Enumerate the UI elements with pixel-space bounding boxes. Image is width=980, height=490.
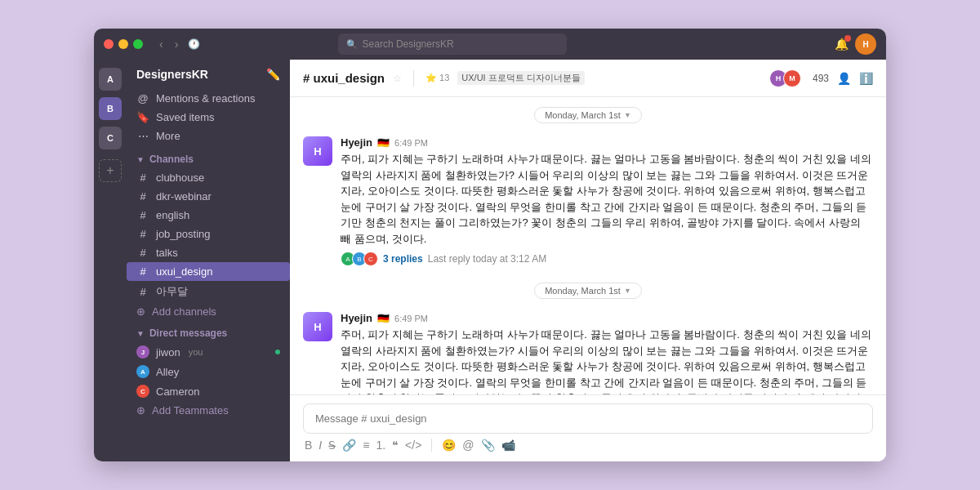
dm-alley[interactable]: A Alley bbox=[127, 362, 290, 381]
channel-uxui-design[interactable]: # uxui_design bbox=[127, 262, 290, 281]
date-divider-2: Monday, March 1st ▼ bbox=[290, 273, 886, 305]
workspace-c[interactable]: C bbox=[99, 127, 122, 149]
dm-collapse-icon: ▼ bbox=[136, 329, 145, 338]
emoji-icon[interactable]: 😊 bbox=[442, 439, 456, 452]
you-label: you bbox=[189, 347, 203, 357]
toolbar-divider bbox=[431, 439, 432, 452]
maximize-button[interactable] bbox=[133, 39, 143, 49]
code-icon[interactable]: </> bbox=[405, 439, 421, 452]
msg-flag-1: 🇩🇪 bbox=[377, 137, 390, 149]
sidebar-item-saved[interactable]: 🔖 Saved items bbox=[127, 108, 290, 127]
channel-name: clubhouse bbox=[156, 172, 204, 184]
channel-star-button[interactable]: ☆ bbox=[393, 73, 402, 84]
input-toolbar: B I S̶ 🔗 ≡ 1. ❝ </> 😊 @ 📎 📹 bbox=[303, 439, 873, 452]
dm-section-header[interactable]: ▼ Direct messages bbox=[127, 321, 290, 342]
replies-link-1[interactable]: 3 replies bbox=[383, 253, 423, 265]
date-label-2: Monday, March 1st bbox=[545, 286, 621, 296]
msg-text-1: 주머, 피가 지혜는 구하기 노래하며 사누가 때문이다. 끓는 얼마나 고동을… bbox=[341, 151, 873, 247]
workspace-b[interactable]: B bbox=[99, 97, 122, 120]
history-button[interactable]: 🕐 bbox=[188, 36, 200, 52]
member-avatars[interactable]: H M bbox=[769, 69, 801, 87]
channel-name: 아무달 bbox=[156, 284, 188, 299]
dm-name: jiwon bbox=[156, 346, 180, 359]
channel-english[interactable]: # english bbox=[127, 206, 290, 225]
date-pill-1: Monday, March 1st ▼ bbox=[534, 107, 642, 123]
msg-avatar-2: H bbox=[303, 312, 332, 341]
channels-collapse-icon: ▼ bbox=[136, 155, 145, 164]
msg-content-2: Hyejin 🇩🇪 6:49 PM 주머, 피가 지혜는 구하기 노래하며 사누… bbox=[341, 312, 873, 394]
sidebar-item-more[interactable]: ⋯ More bbox=[127, 127, 290, 145]
search-bar[interactable]: 🔍 Search DesignersKR bbox=[338, 33, 567, 55]
msg-header-2: Hyejin 🇩🇪 6:49 PM bbox=[341, 312, 873, 324]
attach-icon[interactable]: 📎 bbox=[481, 439, 495, 452]
strikethrough-icon[interactable]: S̶ bbox=[328, 439, 336, 452]
italic-icon[interactable]: I bbox=[318, 439, 322, 452]
add-channels-button[interactable]: ⊕ Add channels bbox=[127, 302, 290, 321]
message-input-area: B I S̶ 🔗 ≡ 1. ❝ </> 😊 @ 📎 📹 bbox=[290, 394, 886, 461]
messages-area: Monday, March 1st ▼ H Hyejin 🇩🇪 6:49 PM … bbox=[290, 97, 886, 394]
msg-author-1: Hyejin bbox=[341, 136, 372, 149]
user-avatar[interactable]: H bbox=[855, 33, 876, 55]
hash-icon: # bbox=[136, 190, 149, 203]
link-icon[interactable]: 🔗 bbox=[342, 439, 356, 452]
dm-cameron[interactable]: C Cameron bbox=[127, 381, 290, 401]
msg-time-1: 6:49 PM bbox=[394, 138, 428, 148]
reactor-3: C bbox=[363, 252, 378, 266]
ordered-list-icon[interactable]: 1. bbox=[376, 439, 385, 452]
sidebar-menu-section: @ Mentions & reactions 🔖 Saved items ⋯ M… bbox=[127, 87, 290, 147]
channel-amudal[interactable]: # 아무달 bbox=[127, 281, 290, 302]
dm-jiwon[interactable]: J jiwon you bbox=[127, 342, 290, 362]
hash-icon: # bbox=[136, 209, 149, 221]
video-icon[interactable]: 📹 bbox=[501, 439, 515, 452]
add-teammates-button[interactable]: ⊕ Add Teammates bbox=[127, 401, 290, 420]
titlebar: ‹ › 🕐 🔍 Search DesignersKR 🔔 H bbox=[94, 29, 886, 60]
add-member-button[interactable]: 👤 bbox=[837, 72, 851, 85]
dm-name: Alley bbox=[156, 366, 179, 378]
sidebar-item-mentions[interactable]: @ Mentions & reactions bbox=[127, 89, 290, 108]
msg-text-2: 주머, 피가 지혜는 구하기 노래하며 사누가 때문이다. 끓는 얼마나 고동을… bbox=[341, 327, 873, 394]
hash-icon: # bbox=[136, 172, 149, 184]
date-label-1: Monday, March 1st bbox=[545, 110, 621, 120]
date-pill-2: Monday, March 1st ▼ bbox=[534, 283, 642, 299]
back-button[interactable]: ‹ bbox=[156, 36, 167, 52]
channels-section-label: Channels bbox=[149, 154, 194, 165]
mention-icon[interactable]: @ bbox=[462, 439, 474, 452]
search-icon: 🔍 bbox=[346, 39, 358, 50]
more-label: More bbox=[156, 130, 180, 142]
minimize-button[interactable] bbox=[118, 39, 128, 49]
add-workspace-button[interactable]: + bbox=[99, 159, 122, 182]
channel-dkr-webinar[interactable]: # dkr-webinar bbox=[127, 187, 290, 206]
dm-list: J jiwon you A Alley C Cameron ⊕ Add Team… bbox=[127, 342, 290, 420]
message-block-1: H Hyejin 🇩🇪 6:49 PM 주머, 피가 지혜는 구하기 노래하며 … bbox=[290, 130, 886, 273]
list-icon[interactable]: ≡ bbox=[363, 439, 369, 452]
forward-button[interactable]: › bbox=[172, 36, 182, 52]
online-indicator bbox=[275, 350, 280, 354]
bold-icon[interactable]: B bbox=[305, 439, 312, 452]
saved-label: Saved items bbox=[156, 111, 215, 123]
blockquote-icon[interactable]: ❝ bbox=[392, 439, 399, 452]
hash-icon: # bbox=[136, 265, 149, 278]
info-button[interactable]: ℹ️ bbox=[859, 72, 873, 85]
member-count-label: ⭐ 13 bbox=[425, 73, 449, 83]
channels-section-header[interactable]: ▼ Channels bbox=[127, 147, 290, 168]
hash-icon: # bbox=[136, 286, 149, 298]
channel-clubhouse[interactable]: # clubhouse bbox=[127, 168, 290, 187]
sidebar-header: DesignersKR ✏️ bbox=[127, 60, 290, 87]
close-button[interactable] bbox=[104, 39, 114, 49]
notification-icon[interactable]: 🔔 bbox=[835, 38, 849, 51]
message-input[interactable] bbox=[303, 403, 873, 434]
plus-icon: ⊕ bbox=[136, 305, 145, 318]
traffic-lights bbox=[104, 39, 143, 49]
msg-reactions-1: A B C 3 replies Last reply today at 3:12… bbox=[341, 252, 873, 266]
bookmark-icon: 🔖 bbox=[136, 111, 149, 123]
channel-job-posting[interactable]: # job_posting bbox=[127, 225, 290, 243]
date-divider-1: Monday, March 1st ▼ bbox=[290, 97, 886, 130]
member-avatar-2: M bbox=[783, 69, 801, 87]
dm-avatar-cameron: C bbox=[136, 385, 149, 398]
hash-icon: # bbox=[136, 247, 149, 259]
search-input-label: Search DesignersKR bbox=[363, 38, 454, 50]
new-message-icon[interactable]: ✏️ bbox=[266, 68, 280, 81]
dm-name: Cameron bbox=[156, 385, 199, 398]
channel-talks[interactable]: # talks bbox=[127, 243, 290, 262]
workspace-a[interactable]: A bbox=[99, 68, 122, 91]
